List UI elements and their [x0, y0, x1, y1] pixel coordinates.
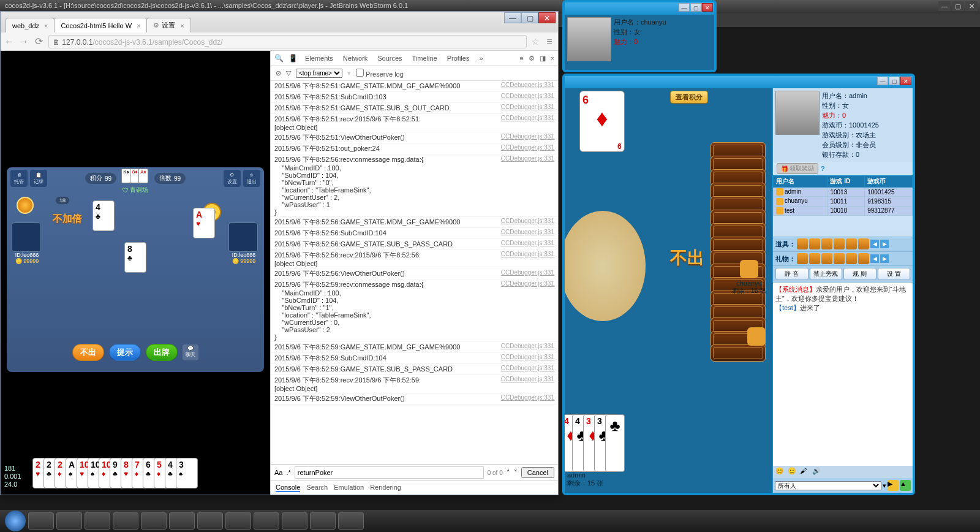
gift-icon[interactable]	[834, 253, 845, 264]
sound-icon[interactable]: 🔊	[812, 467, 822, 477]
taskbar-item[interactable]	[310, 512, 336, 530]
log-row[interactable]: 2015/9/6 下午8:52:51:SubCmdID:103CCDebugge…	[271, 92, 558, 103]
table-row[interactable]: test1001099312877	[774, 206, 913, 215]
taskbar-item[interactable]	[225, 512, 251, 530]
taskbar-item[interactable]	[113, 512, 138, 530]
log-row[interactable]: 2015/9/6 下午8:52:56:SubCmdID:104CCDebugge…	[271, 228, 558, 239]
tab-settings[interactable]: ⚙设置×	[146, 18, 190, 32]
tool-icon[interactable]	[809, 238, 820, 249]
window-titlebar[interactable]: —▢✕	[565, 2, 714, 15]
help-icon[interactable]: ?	[821, 165, 825, 172]
drawer-icon[interactable]: ≡	[519, 55, 523, 63]
url-input[interactable]: 🗎 127.0.0.1/cocos2d-js-v3.6.1/samples/Co…	[48, 35, 527, 48]
tab-sources[interactable]: Sources	[375, 53, 404, 63]
console-log[interactable]: 2015/9/6 下午8:52:51:GAME_STATE.MDM_GF_GAM…	[271, 81, 558, 464]
emoji-icon[interactable]: 😊	[775, 467, 785, 477]
log-row[interactable]: 2015/9/6 下午8:52:51:GAME_STATE.SUB_S_OUT_…	[271, 103, 558, 114]
log-row[interactable]: 2015/9/6 下午8:52:51:ViewOtherOutPoker()CC…	[271, 132, 558, 143]
send-icon[interactable]: ▶	[888, 480, 899, 491]
minimize-icon[interactable]: —	[877, 77, 888, 85]
tool-icon[interactable]	[846, 238, 857, 249]
avatar[interactable]	[740, 260, 758, 278]
log-source-link[interactable]: CCDebugger.js:331	[497, 280, 554, 341]
drawer-rendering[interactable]: Rendering	[370, 484, 401, 492]
rules-button[interactable]: 规 则	[843, 268, 876, 280]
avatar[interactable]	[775, 91, 820, 135]
chat-log[interactable]: 【系统消息】亲爱的用户，欢迎您来到“斗地主”，欢迎你多提宝贵建议！【test】进…	[773, 283, 913, 466]
dock-icon[interactable]: ◨	[540, 55, 546, 63]
maximize-icon[interactable]: ▢	[521, 12, 538, 23]
tab-cocos2d[interactable]: Cocos2d-html5 Hello W×	[54, 18, 147, 32]
log-row[interactable]: 2015/9/6 下午8:52:59:GAME_STATE.MDM_GF_GAM…	[271, 342, 558, 353]
taskbar-item[interactable]	[28, 512, 54, 530]
back-icon[interactable]: ←	[4, 36, 14, 47]
taskbar-item[interactable]	[56, 512, 82, 530]
log-row[interactable]: 2015/9/6 下午8:52:56:recv:onmessage msg.da…	[271, 154, 558, 217]
player-hand[interactable]: 7♥4♦4♣3♦3♣♣	[565, 414, 625, 472]
device-icon[interactable]: 📱	[288, 54, 298, 63]
tab-close-icon[interactable]: ×	[44, 22, 48, 29]
view-score-button[interactable]: 查看积分	[670, 91, 708, 104]
tab-profiles[interactable]: Profiles	[445, 53, 472, 63]
log-source-link[interactable]: CCDebugger.js:331	[497, 251, 554, 267]
taskbar-item[interactable]	[169, 512, 195, 530]
drawer-emulation[interactable]: Emulation	[334, 484, 364, 492]
player-hand[interactable]: 2♥2♣2♦A♠10♥10♠10♦9♣8♥7♦6♣5♦4♣3♠	[43, 458, 198, 488]
log-row[interactable]: 2015/9/6 下午8:52:51:GAME_STATE.MDM_GF_GAM…	[271, 81, 558, 92]
brush-icon[interactable]: 🖌	[800, 467, 810, 477]
log-source-link[interactable]: CCDebugger.js:331	[497, 376, 554, 392]
drawer-console[interactable]: Console	[276, 484, 300, 492]
cancel-button[interactable]: Cancel	[521, 467, 554, 478]
log-source-link[interactable]: CCDebugger.js:331	[497, 104, 554, 113]
log-row[interactable]: 2015/9/6 下午8:52:56:recv:2015/9/6 下午8:52:…	[271, 250, 558, 268]
log-row[interactable]: 2015/9/6 下午8:52:51:out_poker:24CCDebugge…	[271, 143, 558, 154]
play-button[interactable]: 出牌	[146, 344, 178, 361]
menu-icon[interactable]: ≡	[545, 36, 554, 47]
log-source-link[interactable]: CCDebugger.js:331	[497, 218, 554, 227]
mute-button[interactable]: 静 音	[775, 268, 809, 280]
chat-button[interactable]: 💬聊天	[183, 344, 198, 360]
search-icon[interactable]: 🔍	[274, 54, 284, 63]
bookmark-icon[interactable]: ☆	[532, 37, 540, 47]
gear-icon[interactable]: ⚙	[529, 55, 535, 63]
next-icon[interactable]: ▶	[880, 254, 889, 263]
log-source-link[interactable]: CCDebugger.js:331	[497, 240, 554, 249]
close-icon[interactable]: ✕	[538, 12, 556, 23]
filter-icon[interactable]: ▽	[286, 69, 291, 77]
prev-icon[interactable]: ◀	[870, 254, 879, 263]
tool-icon[interactable]	[834, 238, 845, 249]
log-source-link[interactable]: CCDebugger.js:331	[497, 93, 554, 102]
settings-button[interactable]: ⚙设置	[224, 170, 241, 187]
log-row[interactable]: 2015/9/6 下午8:52:59:ViewOtherOutPoker()CC…	[271, 393, 558, 405]
table-row[interactable]: chuanyu100119198315	[774, 197, 913, 206]
hand-card[interactable]: 3♠	[176, 458, 198, 488]
log-source-link[interactable]: CCDebugger.js:331	[497, 394, 554, 403]
tab-close-icon[interactable]: ×	[137, 22, 140, 29]
close-icon[interactable]: ✕	[965, 1, 978, 11]
minimize-icon[interactable]: —	[679, 3, 690, 12]
gift-icon[interactable]	[821, 253, 832, 264]
table-row[interactable]: admin1001310001425	[774, 188, 913, 197]
case-toggle[interactable]: Aa	[274, 469, 282, 476]
log-row[interactable]: 2015/9/6 下午8:52:59:SubCmdID:104CCDebugge…	[271, 353, 558, 364]
log-row[interactable]: 2015/9/6 下午8:52:56:ViewOtherOutPoker()CC…	[271, 268, 558, 279]
log-source-link[interactable]: CCDebugger.js:331	[497, 229, 554, 238]
log-source-link[interactable]: CCDebugger.js:331	[497, 269, 554, 278]
gift-icon[interactable]	[797, 253, 808, 264]
tab-network[interactable]: Network	[341, 53, 370, 63]
taskbar-item[interactable]	[85, 512, 110, 530]
taskbar-item[interactable]	[338, 512, 364, 530]
maximize-icon[interactable]: ▢	[690, 3, 701, 12]
preserve-log-checkbox[interactable]: Preserve log	[356, 69, 404, 78]
taskbar-item[interactable]	[141, 512, 167, 530]
log-row[interactable]: 2015/9/6 下午8:52:59:recv:2015/9/6 下午8:52:…	[271, 375, 558, 393]
gift-icon[interactable]	[809, 253, 820, 264]
gift-icon[interactable]	[846, 253, 857, 264]
minimize-icon[interactable]: —	[938, 1, 951, 11]
log-source-link[interactable]: CCDebugger.js:331	[497, 82, 554, 91]
frame-select[interactable]: <top frame>	[296, 69, 342, 78]
tool-icon[interactable]	[858, 238, 869, 249]
close-icon[interactable]: ✕	[702, 3, 713, 12]
tool-icon[interactable]	[821, 238, 832, 249]
reload-icon[interactable]: ⟳	[34, 36, 43, 47]
